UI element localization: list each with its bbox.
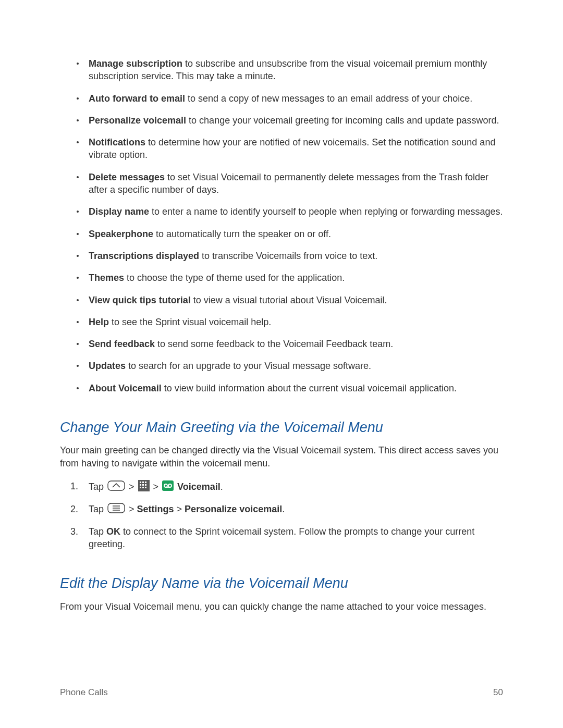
period: . [282,504,285,514]
separator: > [177,504,185,514]
svg-rect-3 [142,482,144,483]
apps-grid-icon [138,480,150,495]
list-item: Notifications to determine how your are … [60,136,503,162]
page-footer: Phone Calls 50 [0,687,563,698]
desc: to send a copy of new messages to an ema… [185,93,472,104]
ok-label: OK [106,526,120,537]
settings-label: Settings [137,504,174,514]
step-text: Tap [89,482,106,492]
term: Manage subscription [89,58,182,69]
step: Tap > Settings > Personalize voicemail. [60,503,503,516]
term: Auto forward to email [89,93,185,104]
term: Personalize voicemail [89,115,186,126]
term: Transcriptions displayed [89,251,199,261]
list-item: Delete messages to set Visual Voicemail … [60,171,503,196]
list-item: Transcriptions displayed to transcribe V… [60,250,503,262]
list-item: Speakerphone to automatically turn the s… [60,228,503,240]
list-item: Manage subscription to subscribe and uns… [60,57,503,83]
svg-rect-8 [140,487,141,488]
separator: > [129,504,137,514]
list-item: Updates to search for an upgrade to your… [60,360,503,372]
section-lead: Your main greeting can be changed direct… [60,444,503,470]
footer-section-title: Phone Calls [60,687,108,698]
svg-rect-2 [140,482,141,483]
list-item: About Voicemail to view build informatio… [60,382,503,394]
section-lead: From your Visual Voicemail menu, you can… [60,600,503,613]
desc: to view build information about the curr… [162,383,457,393]
term: Delete messages [89,172,165,182]
period: . [221,482,223,492]
svg-rect-4 [145,482,146,483]
menu-icon [107,503,125,516]
separator: > [153,482,162,492]
list-item: Send feedback to send some feedback to t… [60,338,503,350]
settings-bullet-list: Manage subscription to subscribe and uns… [60,57,503,394]
desc: to automatically turn the speaker on or … [153,229,331,239]
svg-rect-10 [145,487,146,488]
term: About Voicemail [89,383,162,393]
list-item: Themes to choose the type of theme used … [60,272,503,284]
svg-rect-6 [142,484,144,486]
desc: to transcribe Voicemails from voice to t… [199,251,377,261]
svg-rect-7 [145,484,146,486]
personalize-label: Personalize voicemail [185,504,282,514]
term: Speakerphone [89,229,153,239]
footer-page-number: 50 [493,687,503,698]
step: Tap OK to connect to the Sprint voicemai… [60,525,503,551]
desc: to search for an upgrade to your Visual … [126,361,371,371]
desc: to choose the type of theme used for the… [124,273,345,283]
list-item: Display name to enter a name to identify… [60,205,503,218]
desc: to see the Sprint visual voicemail help. [109,317,271,327]
voicemail-app-icon [162,480,174,494]
term: Notifications [89,137,145,147]
term: Display name [89,206,149,217]
voicemail-label: Voicemail [177,482,221,492]
separator: > [129,482,137,492]
step-text: Tap [89,504,106,514]
term: Help [89,317,109,327]
desc: to send some feedback to the Voicemail F… [155,339,393,349]
list-item: Auto forward to email to send a copy of … [60,92,503,105]
section-heading-edit-display-name: Edit the Display Name via the Voicemail … [60,574,503,593]
desc: to view a visual tutorial about Visual V… [191,295,387,305]
term: Send feedback [89,339,155,349]
section-heading-change-greeting: Change Your Main Greeting via the Voicem… [60,418,503,437]
step-text: Tap [89,526,106,537]
term: View quick tips tutorial [89,295,191,305]
desc: to enter a name to identify yourself to … [149,206,503,217]
svg-rect-9 [142,487,144,488]
svg-rect-5 [140,484,141,486]
desc: to determine how your are notified of ne… [89,137,495,160]
svg-rect-0 [108,481,125,490]
term: Updates [89,361,126,371]
steps-change-greeting: Tap > > Voicemail. Tap [60,480,503,550]
list-item: Personalize voicemail to change your voi… [60,114,503,127]
step: Tap > > Voicemail. [60,480,503,495]
term: Themes [89,273,124,283]
list-item: Help to see the Sprint visual voicemail … [60,316,503,328]
home-icon [107,480,125,494]
desc: to change your voicemail greeting for in… [186,115,499,126]
list-item: View quick tips tutorial to view a visua… [60,294,503,306]
step-text: to connect to the Sprint voicemail syste… [89,526,474,549]
